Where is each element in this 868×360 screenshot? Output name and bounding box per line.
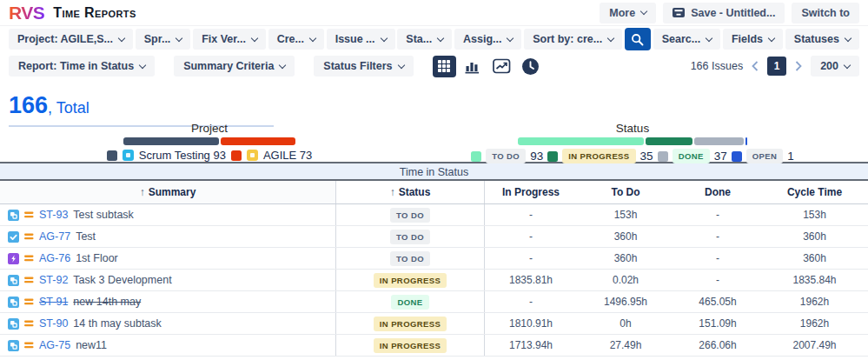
issue-key-link[interactable]: ST-91 [39, 296, 68, 308]
chevron-down-icon [309, 34, 316, 41]
issue-key-link[interactable]: ST-92 [39, 274, 68, 286]
filter-dropdown-7[interactable]: Sort by: cre... [524, 29, 622, 50]
issue-key-link[interactable]: AG-75 [39, 339, 70, 351]
chevron-down-icon [397, 61, 404, 68]
cycle-time-value: 1962h [761, 317, 868, 330]
project-avatar-icon [123, 150, 134, 161]
summary-cell: AG-761st Floor [0, 248, 336, 269]
legend-swatch [547, 151, 558, 162]
project-legend-label: AGILE 73 [263, 149, 312, 162]
issue-key-link[interactable]: AG-77 [39, 230, 70, 243]
filter-dropdown-right-2[interactable]: Statuses [785, 29, 859, 50]
column-header-to-do[interactable]: To Do [577, 186, 674, 198]
column-header-in-progress[interactable]: In Progress [485, 186, 577, 198]
prev-page-icon[interactable] [751, 61, 759, 71]
priority-medium-icon [24, 276, 34, 284]
done-value: - [674, 209, 761, 221]
bar-chart-view-icon[interactable] [461, 56, 485, 77]
priority-medium-icon [24, 210, 34, 219]
report-dropdown-0[interactable]: Report: Time in Status [9, 56, 155, 77]
summary-cell: ST-93Test subtask [0, 204, 336, 225]
project-legend-items: Scrum Testing 93AGILE 73 [123, 149, 295, 162]
chevron-down-icon [844, 61, 851, 68]
in-progress-value: - [485, 209, 577, 221]
search-button[interactable] [625, 28, 651, 50]
issue-key-link[interactable]: ST-93 [39, 209, 68, 221]
table-row: ST-9014 th may subtaskIN PROGRESS1810.91… [0, 313, 868, 335]
issue-summary: Task 3 Development [73, 274, 171, 286]
column-label: Summary [149, 186, 196, 198]
report-dropdown-1[interactable]: Summary Criteria [174, 56, 295, 77]
priority-medium-icon [24, 297, 34, 306]
cycle-time-value: 153h [761, 209, 868, 221]
button-label: More [609, 7, 635, 19]
chevron-down-icon [380, 34, 387, 41]
summary-cell: ST-91new 14th may [0, 291, 336, 312]
filter-dropdown-6[interactable]: Assig... [454, 29, 521, 50]
topbar-button-more[interactable]: More [600, 3, 656, 23]
column-header-summary[interactable]: ↑Summary [0, 181, 336, 203]
issue-key-link[interactable]: AG-76 [39, 252, 70, 264]
done-value: 266.06h [674, 339, 761, 351]
filter-dropdown-3[interactable]: Cre... [268, 29, 324, 50]
in-progress-value: 1810.91h [485, 317, 577, 330]
topbar-button-switch-to[interactable]: Switch to [792, 3, 859, 23]
filter-label: Cre... [277, 33, 304, 45]
line-chart-view-icon[interactable] [490, 56, 514, 77]
summary-cell: AG-77Test [0, 226, 336, 247]
chevron-down-icon [139, 61, 146, 68]
status-count: 1 [787, 150, 794, 163]
topbar-button-save-untitled[interactable]: Save - Untitled... [663, 3, 785, 23]
report-dropdown-2[interactable]: Status Filters [314, 56, 413, 77]
filter-dropdown-2[interactable]: Fix Ver... [193, 29, 266, 50]
column-header-done[interactable]: Done [674, 186, 761, 198]
status-legend: Status TO DO93IN PROGRESS35DONE37OPEN1 [518, 122, 747, 163]
filter-label: Searc... [662, 33, 700, 45]
status-badge: TO DO [486, 149, 526, 163]
page-size-dropdown[interactable]: 200 [811, 56, 859, 77]
filter-dropdown-4[interactable]: Issue ... [327, 29, 395, 50]
cycle-time-value: 1835.84h [761, 274, 868, 286]
filter-dropdown-right-1[interactable]: Fields [723, 29, 783, 50]
filter-bar: Project: AGILE,S...Spr...Fix Ver...Cre..… [0, 26, 868, 52]
issue-summary: 14 th may subtask [73, 317, 161, 330]
to-do-value: 0.02h [577, 274, 674, 286]
in-progress-value: - [485, 252, 577, 264]
total-label: , Total [48, 99, 89, 117]
issue-summary: Test [76, 230, 96, 243]
subtask-icon [8, 275, 19, 286]
chevron-down-icon [507, 34, 514, 41]
table-view-icon[interactable] [433, 56, 456, 77]
page-size-value: 200 [820, 60, 838, 72]
column-header-status[interactable]: ↑Status [336, 181, 485, 203]
legend-swatch [231, 150, 242, 161]
column-header-cycle-time[interactable]: Cycle Time [761, 186, 868, 198]
filter-label: Issue ... [335, 33, 375, 45]
cycle-time-value: 2007.49h [761, 339, 868, 351]
report-dropdown-label: Status Filters [323, 60, 392, 72]
done-value: 151.09h [674, 317, 761, 330]
status-stacked-bar [518, 137, 747, 145]
status-badge: DONE [391, 295, 428, 310]
summary-cell: ST-92Task 3 Development [0, 270, 336, 290]
chevron-down-icon [118, 34, 125, 41]
in-progress-value: - [485, 296, 577, 308]
current-page-button[interactable]: 1 [767, 57, 786, 76]
grid-glyph [438, 60, 450, 72]
button-label: Switch to [801, 7, 850, 19]
clock-view-icon[interactable] [519, 56, 542, 77]
filter-dropdown-right-0[interactable]: Searc... [653, 29, 720, 50]
filter-dropdown-5[interactable]: Sta... [397, 29, 452, 50]
chevron-down-icon [251, 34, 258, 41]
table-row: AG-75new11IN PROGRESS1713.94h27.49h266.0… [0, 335, 868, 357]
next-page-icon[interactable] [794, 61, 803, 71]
pagination: 166 Issues 1 200 [691, 56, 859, 77]
issue-key-link[interactable]: ST-90 [39, 317, 68, 330]
filter-dropdown-0[interactable]: Project: AGILE,S... [9, 29, 133, 50]
done-value: - [674, 274, 761, 286]
legend-area: Project Scrum Testing 93AGILE 73 Status … [0, 122, 868, 162]
chevron-down-icon [640, 8, 647, 15]
to-do-value: 1496.95h [577, 296, 674, 308]
rvs-logo: RVS [9, 3, 44, 23]
filter-dropdown-1[interactable]: Spr... [136, 29, 191, 50]
